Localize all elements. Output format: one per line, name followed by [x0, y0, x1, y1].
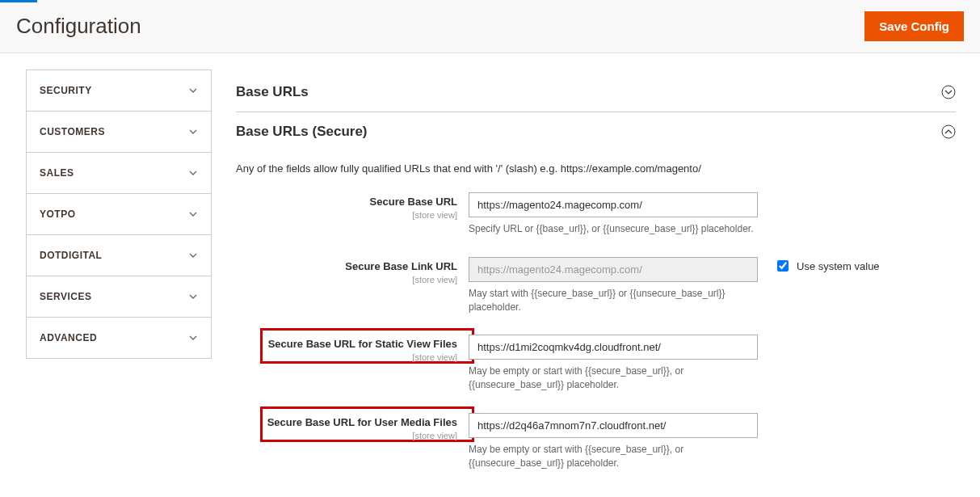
secure-base-url-input[interactable]: [469, 192, 758, 217]
collapse-icon: [941, 124, 956, 139]
chevron-down-icon: [188, 168, 198, 178]
field-note: May be empty or start with {{secure_base…: [469, 443, 758, 470]
section-description: Any of the fields allow fully qualified …: [236, 151, 956, 191]
page-header: Configuration Save Config: [0, 0, 980, 53]
sidebar-item-label: DOTDIGITAL: [40, 250, 102, 261]
field-label: Secure Base Link URL: [236, 260, 457, 274]
sidebar-item-label: CUSTOMERS: [40, 126, 105, 137]
sidebar-item-label: SECURITY: [40, 85, 92, 96]
page-layout: SECURITY CUSTOMERS SALES YOTPO DOTDIGITA…: [0, 53, 980, 497]
sidebar-item-services[interactable]: SERVICES: [27, 276, 211, 318]
sidebar-menu: SECURITY CUSTOMERS SALES YOTPO DOTDIGITA…: [26, 69, 212, 359]
sidebar-item-label: ADVANCED: [40, 332, 97, 343]
field-label: Secure Base URL: [236, 196, 457, 209]
field-label: Secure Base URL for Static View Files: [236, 338, 457, 352]
sidebar-item-label: YOTPO: [40, 208, 76, 220]
section-title: Base URLs: [236, 84, 309, 100]
expand-icon: [941, 85, 956, 99]
field-note: Specify URL or {{base_url}}, or {{unsecu…: [469, 222, 758, 236]
sidebar-item-label: SERVICES: [40, 291, 91, 302]
main-content: Base URLs Base URLs (Secure) Any of the …: [212, 53, 980, 497]
sidebar-item-advanced[interactable]: ADVANCED: [27, 318, 211, 359]
sidebar-item-label: SALES: [40, 167, 74, 179]
chevron-down-icon: [188, 127, 198, 137]
section-header-base-urls[interactable]: Base URLs: [236, 73, 956, 112]
sidebar-item-sales[interactable]: SALES: [27, 153, 211, 194]
field-secure-base-url: Secure Base URL [store view] Specify URL…: [236, 191, 956, 251]
field-scope: [store view]: [236, 431, 457, 440]
field-secure-base-link-url: Secure Base Link URL [store view] May st…: [236, 255, 956, 329]
field-note: May start with {{secure_base_url}} or {{…: [469, 287, 758, 314]
secure-base-static-url-input[interactable]: [469, 335, 758, 360]
field-secure-base-static-url: Secure Base URL for Static View Files [s…: [236, 333, 956, 406]
chevron-down-icon: [188, 251, 198, 260]
use-system-value-wrap: Use system value: [758, 255, 880, 272]
secure-base-media-url-input[interactable]: [469, 413, 758, 438]
use-system-value-label: Use system value: [797, 260, 880, 272]
svg-point-1: [942, 125, 955, 138]
sidebar-item-yotpo[interactable]: YOTPO: [27, 194, 211, 235]
page-title: Configuration: [16, 14, 141, 39]
field-secure-base-media-url: Secure Base URL for User Media Files [st…: [236, 411, 956, 485]
use-system-value-checkbox[interactable]: [777, 260, 789, 272]
field-label: Secure Base URL for User Media Files: [236, 416, 457, 430]
field-scope: [store view]: [236, 210, 457, 220]
config-sidebar: SECURITY CUSTOMERS SALES YOTPO DOTDIGITA…: [0, 53, 212, 375]
chevron-down-icon: [188, 86, 198, 95]
field-scope: [store view]: [236, 275, 457, 284]
sidebar-item-security[interactable]: SECURITY: [27, 70, 211, 112]
section-header-base-urls-secure[interactable]: Base URLs (Secure): [236, 112, 956, 151]
sidebar-item-dotdigital[interactable]: DOTDIGITAL: [27, 235, 211, 276]
sidebar-item-customers[interactable]: CUSTOMERS: [27, 112, 211, 153]
field-scope: [store view]: [236, 352, 457, 362]
save-config-button[interactable]: Save Config: [864, 11, 964, 41]
svg-point-0: [942, 86, 955, 99]
chevron-down-icon: [188, 209, 198, 219]
section-title: Base URLs (Secure): [236, 124, 368, 140]
field-note: May be empty or start with {{secure_base…: [469, 364, 758, 392]
chevron-down-icon: [188, 292, 198, 301]
chevron-down-icon: [188, 333, 198, 343]
secure-base-link-url-input: [469, 257, 758, 282]
